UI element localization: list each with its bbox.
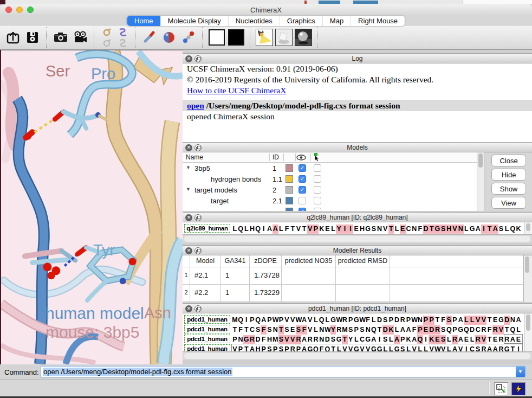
sequence-name[interactable]: pdcd1_human (184, 325, 230, 333)
selected-checkbox[interactable] (314, 164, 321, 172)
black-background-button[interactable] (228, 28, 245, 47)
scrollbar-thumb[interactable] (525, 256, 529, 273)
model-row[interactable] (183, 206, 477, 211)
residue: V (452, 224, 458, 234)
residue: S (278, 335, 284, 344)
full-lighting-button[interactable] (295, 28, 312, 47)
q2lc89-horizontal-scrollbar[interactable] (183, 234, 532, 243)
sequence-name[interactable]: pdcd1_human (184, 344, 230, 351)
modeller-scrollbar[interactable] (523, 255, 532, 302)
shown-checkbox[interactable] (299, 208, 306, 211)
hide-cartoons-button[interactable] (116, 38, 130, 48)
model-row[interactable]: hydrogen bonds1.1 (183, 174, 477, 184)
sequence-name[interactable]: q2lc89_human (184, 224, 230, 233)
ligand-display-buttons (100, 27, 114, 48)
select-pointer-icon (313, 153, 319, 163)
residue: T (342, 335, 348, 344)
select-mode-button[interactable] (494, 382, 508, 395)
tab-right-mouse[interactable]: Right Mouse (351, 16, 405, 26)
command-history-dropdown-button[interactable]: ▼ (516, 367, 525, 377)
sequence-name[interactable]: pdcd1_human (184, 315, 230, 324)
model-row[interactable]: ▼target models2 (183, 184, 477, 195)
sequence-scrollbar[interactable] (524, 222, 532, 234)
residue: F (365, 316, 371, 325)
open-command-link[interactable]: open (187, 101, 204, 110)
model-color-swatch[interactable] (286, 164, 293, 172)
sphere-style-button[interactable] (160, 28, 178, 47)
residue: A (458, 316, 464, 325)
show-models-button[interactable]: Show (491, 183, 526, 195)
model-color-swatch[interactable] (286, 186, 293, 194)
selected-checkbox[interactable] (314, 186, 321, 194)
stick-style-button[interactable] (141, 28, 158, 47)
residue: I (342, 224, 348, 234)
tab-graphics[interactable]: Graphics (280, 16, 322, 26)
shown-checkbox[interactable] (299, 175, 306, 183)
residue: H (446, 224, 452, 234)
tab-map[interactable]: Map (322, 16, 351, 26)
result-cell: #2.2 (190, 285, 221, 301)
hide-models-button[interactable]: Hide (491, 169, 526, 181)
model-color-swatch[interactable] (286, 197, 293, 204)
scrollbar-thumb[interactable] (184, 236, 530, 242)
residue: Q (446, 325, 452, 335)
expand-triangle-icon[interactable]: ▼ (186, 165, 191, 170)
shown-checkbox[interactable] (299, 197, 306, 204)
model-color-swatch[interactable] (286, 208, 293, 211)
shown-checkbox[interactable] (299, 186, 306, 194)
graphics-viewport[interactable]: SerProTyrhuman modelAsnmouse: 3bp5 (1, 50, 183, 364)
status-bar-separator (489, 382, 490, 394)
spin-movie-button[interactable] (72, 28, 89, 47)
model-color-swatch[interactable] (286, 175, 293, 183)
model-row[interactable]: target2.1 (183, 195, 477, 206)
close-models-button[interactable]: Close (491, 155, 526, 166)
scene-label: human model (46, 304, 144, 323)
pdcd1-horizontal-scrollbar[interactable] (183, 351, 532, 360)
expand-triangle-icon[interactable]: ▼ (186, 187, 191, 192)
sequence-name[interactable]: pdcd1_human (184, 335, 230, 343)
hide-ligands-button[interactable] (100, 38, 114, 48)
selected-checkbox[interactable] (314, 175, 321, 183)
tab-nucleotides[interactable]: Nucleotides (228, 16, 280, 26)
modeller-result-row[interactable]: 2#2.211.73229 (183, 285, 523, 302)
residue: D (429, 325, 434, 335)
show-cartoons-button[interactable] (116, 27, 130, 37)
residue: K (388, 325, 394, 335)
save-button[interactable] (24, 28, 41, 47)
show-ligands-button[interactable] (100, 27, 114, 37)
residue: D (382, 325, 388, 335)
scrollbar-thumb[interactable] (184, 353, 530, 359)
selected-checkbox[interactable] (314, 197, 321, 204)
cite-link[interactable]: How to cite UCSF ChimeraX (187, 86, 286, 95)
residue: G (336, 335, 342, 344)
rapid-access-button[interactable] (511, 382, 525, 395)
scrollbar-thumb[interactable] (526, 223, 530, 231)
models-scrollbar[interactable] (477, 152, 484, 211)
models-table-header: Name ID (183, 152, 477, 163)
modeller-result-row[interactable]: 1#2.111.73728 (183, 267, 523, 285)
white-background-button[interactable] (208, 28, 225, 47)
window-title: ChimeraX (0, 6, 532, 14)
selected-checkbox[interactable] (314, 208, 321, 211)
residue: N (273, 325, 278, 335)
view-models-button[interactable]: View (491, 197, 526, 209)
tab-molecule-display[interactable]: Molecule Display (160, 16, 228, 26)
model-row[interactable]: ▼3bp51 (183, 163, 477, 174)
scrollbar-thumb[interactable] (526, 314, 530, 331)
snapshot-button[interactable] (52, 28, 69, 47)
residue: Q (510, 325, 516, 335)
residue: R (492, 325, 498, 335)
simple-lighting-button[interactable] (256, 28, 273, 47)
sequence-scrollbar[interactable] (524, 313, 532, 351)
command-input[interactable]: open /Users/meng/Desktop/model-pdl-fig.c… (41, 366, 525, 377)
tab-home[interactable]: Home (127, 16, 160, 26)
ball-and-stick-style-button[interactable] (180, 28, 197, 47)
residue: R (336, 325, 342, 335)
soft-lighting-button[interactable] (275, 28, 293, 47)
residue: L (446, 335, 452, 344)
background-text-fragment (319, 1, 340, 4)
shown-checkbox[interactable] (299, 164, 306, 172)
sequence-row: pdcd1_humanTFTCSFSNTSESFVLNWYRMSPSNQTDKL… (183, 324, 524, 334)
scrollbar-thumb[interactable] (478, 153, 483, 168)
open-button[interactable] (4, 28, 22, 47)
